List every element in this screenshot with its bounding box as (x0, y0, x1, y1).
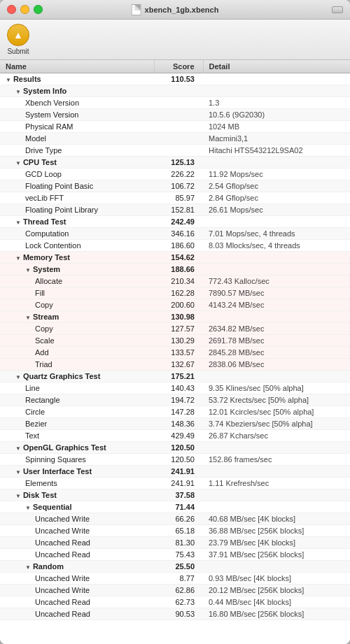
results-table[interactable]: Name Score Detail ▼Results110.53▼System … (0, 60, 350, 644)
row-detail: 53.72 Krects/sec [50% alpha] (203, 394, 350, 406)
triangle-down-icon[interactable]: ▼ (15, 493, 21, 499)
maximize-button[interactable] (34, 5, 43, 14)
row-detail: 2691.78 MB/sec (203, 335, 350, 347)
table-row: ▼User Interface Test241.91 (0, 466, 350, 478)
row-detail: 3.74 Kbeziers/sec [50% alpha] (203, 418, 350, 430)
table-row: Elements241.911.11 Krefresh/sec (0, 478, 350, 489)
row-name-text: Uncached Read (35, 610, 90, 618)
triangle-down-icon[interactable]: ▼ (25, 564, 31, 571)
row-detail: 37.91 MB/sec [256K blocks] (203, 549, 350, 561)
row-name-text: Copy (35, 301, 53, 309)
zoom-button[interactable] (332, 6, 343, 13)
row-name-text: Uncached Write (35, 515, 90, 523)
triangle-down-icon[interactable]: ▼ (15, 469, 21, 475)
row-name: Line (0, 382, 154, 394)
row-name: Triad (0, 359, 154, 371)
close-button[interactable] (7, 5, 16, 14)
row-name-text: CPU Test (23, 158, 57, 166)
row-detail: 2838.06 MB/sec (203, 359, 350, 371)
header-detail: Detail (203, 60, 350, 73)
row-name-text: Drive Type (25, 146, 62, 155)
row-detail: 40.68 MB/sec [4K blocks] (203, 513, 350, 525)
row-score: 8.77 (154, 573, 203, 585)
triangle-down-icon[interactable]: ▼ (15, 220, 21, 226)
row-detail: 11.92 Mops/sec (203, 169, 350, 180)
table-row: ModelMacmini3,1 (0, 133, 350, 145)
table-row: Computation346.167.01 Mops/sec, 4 thread… (0, 228, 350, 240)
triangle-down-icon[interactable]: ▼ (15, 445, 21, 452)
table-row: Drive TypeHitachi HTS543212L9SA02 (0, 145, 350, 157)
row-name: System Version (0, 109, 154, 121)
row-detail (203, 489, 350, 501)
file-icon (132, 4, 141, 15)
row-score: 194.72 (154, 394, 203, 406)
row-name: Uncached Write (0, 585, 154, 596)
row-detail (203, 264, 350, 276)
row-score: 106.72 (154, 180, 203, 192)
row-score: 62.86 (154, 585, 203, 596)
row-detail: 26.61 Mops/sec (203, 204, 350, 216)
row-name: Uncached Write (0, 573, 154, 585)
row-name-text: Uncached Write (35, 586, 90, 594)
row-detail: 0.93 MB/sec [4K blocks] (203, 573, 350, 585)
table-row: Triad132.672838.06 MB/sec (0, 359, 350, 371)
row-detail (203, 466, 350, 478)
row-name: Lock Contention (0, 240, 154, 252)
row-score (154, 121, 203, 133)
row-score: 120.50 (154, 442, 203, 454)
row-name-text: Physical RAM (25, 122, 73, 131)
main-window: xbench_1gb.xbench Submit Name Score Deta… (0, 0, 350, 644)
table-row: ▼CPU Test125.13 (0, 157, 350, 169)
row-score: 120.50 (154, 454, 203, 466)
table-row: Lock Contention186.608.03 Mlocks/sec, 4 … (0, 240, 350, 252)
table-row: Uncached Write8.770.93 MB/sec [4K blocks… (0, 573, 350, 585)
row-detail: 26.87 Kchars/sec (203, 430, 350, 442)
triangle-down-icon[interactable]: ▼ (6, 77, 11, 83)
triangle-down-icon[interactable]: ▼ (25, 267, 31, 273)
row-detail: 772.43 Kalloc/sec (203, 276, 350, 287)
triangle-down-icon[interactable]: ▼ (15, 255, 21, 262)
row-score: 66.26 (154, 513, 203, 525)
triangle-down-icon[interactable]: ▼ (25, 505, 31, 511)
row-detail (203, 442, 350, 454)
row-name: Uncached Write (0, 513, 154, 525)
row-name: Floating Point Library (0, 204, 154, 216)
table-row: Uncached Read62.730.44 MB/sec [4K blocks… (0, 596, 350, 608)
row-name: ▼CPU Test (0, 157, 154, 169)
row-detail: 2.84 Gflop/sec (203, 192, 350, 204)
row-detail: 36.88 MB/sec [256K blocks] (203, 525, 350, 537)
row-detail (203, 73, 350, 85)
triangle-down-icon[interactable]: ▼ (15, 374, 21, 380)
row-name-text: System (33, 265, 60, 273)
row-detail: 10.5.6 (9G2030) (203, 109, 350, 121)
row-name-text: User Interface Test (23, 467, 92, 475)
row-detail: 1024 MB (203, 121, 350, 133)
row-name-text: Uncached Read (35, 538, 90, 547)
row-score: 140.43 (154, 382, 203, 394)
row-detail: 2845.28 MB/sec (203, 347, 350, 359)
row-name: Scale (0, 335, 154, 347)
row-name-text: Thread Test (23, 217, 66, 226)
row-score: 37.58 (154, 489, 203, 501)
triangle-down-icon[interactable]: ▼ (25, 315, 31, 321)
row-detail: 2.54 Gflop/sec (203, 180, 350, 192)
table-row: Uncached Read90.5316.80 MB/sec [256K blo… (0, 608, 350, 620)
row-name: Uncached Read (0, 537, 154, 549)
row-name: ▼Random (0, 561, 154, 573)
row-detail: 7890.57 MB/sec (203, 287, 350, 299)
row-name: ▼Results (0, 73, 154, 85)
table-row: Uncached Read81.3023.79 MB/sec [4K block… (0, 537, 350, 549)
row-name: ▼User Interface Test (0, 466, 154, 478)
submit-button[interactable]: Submit (7, 24, 29, 55)
row-score: 346.16 (154, 228, 203, 240)
row-score: 188.66 (154, 264, 203, 276)
row-score: 241.91 (154, 466, 203, 478)
minimize-button[interactable] (20, 5, 29, 14)
row-score: 127.57 (154, 323, 203, 335)
triangle-down-icon[interactable]: ▼ (15, 89, 21, 95)
triangle-down-icon[interactable]: ▼ (15, 160, 21, 166)
row-detail (203, 561, 350, 573)
row-score: 242.49 (154, 216, 203, 228)
row-name: ▼Disk Test (0, 489, 154, 501)
row-score: 241.91 (154, 478, 203, 489)
